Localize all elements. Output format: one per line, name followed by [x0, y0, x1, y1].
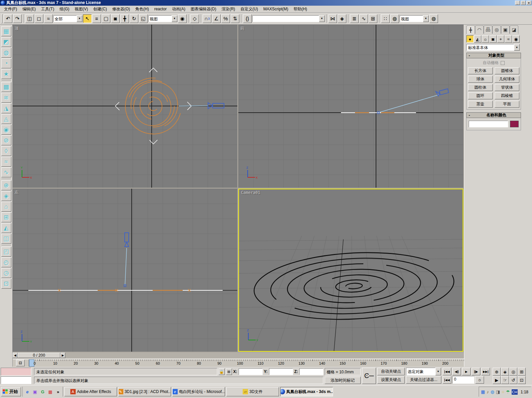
reactor-tool-17-button[interactable]: ⌂ [1, 202, 11, 212]
media-app-icon[interactable]: ▩ [47, 388, 54, 395]
tab-create[interactable]: ╋ [466, 25, 475, 34]
min-max-toggle-button[interactable]: ⊡ [518, 376, 526, 384]
x-coordinate-field[interactable] [239, 368, 263, 375]
collapse-icon[interactable]: - [467, 113, 472, 118]
camera-object-leftvp[interactable] [125, 233, 129, 247]
menu-reactor[interactable]: reactor [152, 6, 169, 12]
arc-rotate-button[interactable]: ↺ [509, 376, 517, 384]
category-geometry-button[interactable]: ● [466, 35, 474, 43]
category-lights-button[interactable]: ☼ [482, 35, 489, 43]
rectangular-selection-region-button[interactable]: ▢ [102, 14, 110, 23]
task-acdsee[interactable]: ✎ 3D1.jpg [2:3] : ACD Phot... [118, 387, 171, 396]
reactor-tool-19-button[interactable]: ◭ [1, 223, 11, 233]
go-to-end-button[interactable]: ▶▶| [481, 368, 490, 375]
tab-utilities[interactable]: ◪ [510, 25, 518, 34]
viewport-front-label[interactable]: 前 [240, 26, 244, 31]
task-internet-explorer[interactable]: e 电白同乡论坛 - Microsof... [172, 387, 225, 396]
named-selection-dropdown[interactable]: ▼ [252, 15, 325, 22]
select-object-button[interactable]: ↖ [83, 14, 92, 23]
add-time-tag-button[interactable]: 添加时间标记 [325, 377, 361, 384]
category-cameras-button[interactable]: ◙ [489, 35, 497, 43]
key-filters-button[interactable]: 关键点过滤器... [406, 376, 441, 384]
menu-help[interactable]: 帮助(H) [291, 6, 310, 13]
truck-camera-button[interactable]: ▶ [493, 376, 501, 384]
chevron-down-icon[interactable]: ▼ [77, 15, 82, 22]
outlook-icon[interactable]: ▣ [32, 388, 38, 395]
window-crossing-button[interactable]: ◙ [111, 14, 120, 23]
percent-snap-button[interactable]: % [221, 14, 230, 23]
tab-modify[interactable]: ◠ [475, 25, 484, 34]
go-to-start-button[interactable]: |◀◀ [443, 368, 451, 375]
collapse-icon[interactable]: - [467, 53, 472, 58]
viewport-left-label[interactable]: 左 [15, 190, 19, 195]
render-scene-button[interactable]: ◍ [390, 14, 399, 23]
reactor-tool-15-button[interactable]: ⊕ [1, 180, 11, 190]
select-and-move-button[interactable]: ╋ [120, 14, 129, 23]
reactor-tool-12-button[interactable]: ◊ [1, 146, 11, 156]
menu-create[interactable]: 创建(C) [91, 6, 110, 13]
reactor-tool-05-button[interactable]: ★ [1, 69, 11, 79]
reactor-tool-13-button[interactable]: ≈ [1, 157, 11, 167]
reactor-tool-01-button[interactable]: ▦ [1, 26, 11, 36]
reactor-tool-09-button[interactable]: ◬ [1, 114, 11, 124]
tab-motion[interactable]: ◎ [492, 25, 501, 34]
reference-coordinate-dropdown[interactable]: 视图 ▼ [148, 15, 177, 22]
selection-filter-dropdown[interactable]: 全部 ▼ [53, 15, 82, 22]
material-editor-button[interactable]: ∷ [381, 14, 390, 23]
menu-animation[interactable]: 动画(A) [169, 6, 188, 13]
autogrid-checkbox[interactable] [501, 61, 505, 65]
network-globe-icon[interactable]: ◍ [490, 389, 494, 394]
viewport-front[interactable]: 前 Z X [238, 25, 463, 188]
chevron-down-icon[interactable]: ▼ [514, 44, 520, 51]
time-slider-handle[interactable]: 0 / 200 [18, 353, 60, 358]
task-3d-folder[interactable]: ▱ 3D文件 [226, 387, 279, 396]
menu-group[interactable]: 组(G) [57, 6, 72, 13]
reactor-tool-10-button[interactable]: ◉ [1, 125, 11, 135]
geosphere-button[interactable]: 几何球体 [495, 76, 519, 83]
reactor-tool-20-button[interactable]: ◫ [1, 234, 11, 244]
snap-toggle-button[interactable]: ∩3 [203, 14, 211, 23]
mini-curve-editor-button[interactable]: ⊟ [16, 360, 25, 366]
reactor-tool-08-button[interactable]: ◮ [1, 103, 11, 113]
key-mode-toggle[interactable]: |◀◀ [443, 376, 451, 384]
plane-button[interactable]: 平面 [495, 101, 519, 108]
volume-icon[interactable]: ♪ [487, 389, 489, 394]
key-lock-icon[interactable]: ○ [502, 389, 504, 394]
menu-character[interactable]: 角色(H) [133, 6, 152, 13]
redo-button[interactable]: ↷ [13, 14, 22, 23]
quick-launch-overflow-chevron[interactable]: » [55, 388, 61, 395]
box-button[interactable]: 长方体 [468, 67, 493, 74]
select-and-manipulate-button[interactable]: ◇ [190, 14, 199, 23]
angle-snap-button[interactable]: ∠ [212, 14, 221, 23]
language-indicator[interactable]: CH [512, 389, 518, 395]
use-pivot-center-button[interactable]: ◉ [178, 14, 187, 23]
object-type-rollout-header[interactable]: - 对象类型 [466, 53, 521, 58]
tab-display[interactable]: ▣ [501, 25, 510, 34]
select-and-scale-button[interactable]: ◱ [139, 14, 148, 23]
maximize-button[interactable]: □ [521, 1, 526, 5]
set-key-big-button[interactable]: Ͼ─ [362, 368, 376, 384]
y-coordinate-field[interactable] [269, 368, 293, 375]
listener-script-line[interactable] [1, 376, 31, 384]
timeline-ruler[interactable]: 0 10 20 30 40 50 60 70 80 90 100 110 120… [29, 359, 464, 367]
named-selection-sets-button[interactable]: {} [243, 14, 252, 23]
category-systems-button[interactable]: ◉ [512, 35, 520, 43]
reactor-tool-03-button[interactable]: ◍ [1, 48, 11, 58]
layer-manager-button[interactable]: ≣ [350, 14, 359, 23]
undo-button[interactable]: ↶ [4, 14, 12, 23]
category-helpers-button[interactable]: + [497, 35, 504, 43]
object-name-input[interactable] [469, 121, 508, 127]
chevron-down-icon[interactable]: ▼ [172, 15, 177, 22]
menu-tools[interactable]: 工具(T) [38, 6, 57, 13]
teapot-button[interactable]: 茶壶 [468, 101, 493, 108]
zoom-button[interactable]: ⊕ [493, 368, 501, 376]
render-type-dropdown[interactable]: 视图 ▼ [400, 15, 429, 22]
curve-editor-button[interactable]: ∿ [359, 14, 368, 23]
reactor-tool-04-button[interactable]: ◔ [1, 58, 11, 68]
category-shapes-button[interactable]: ◭ [474, 35, 481, 43]
antivirus-umbrella-icon[interactable]: ☂ [506, 389, 510, 394]
menu-modifiers[interactable]: 修改器(O) [110, 6, 133, 13]
menu-rendering[interactable]: 渲染(R) [219, 6, 238, 13]
field-of-view-button[interactable]: ◎ [509, 368, 517, 376]
cylinder-button[interactable]: 圆柱体 [468, 84, 493, 91]
